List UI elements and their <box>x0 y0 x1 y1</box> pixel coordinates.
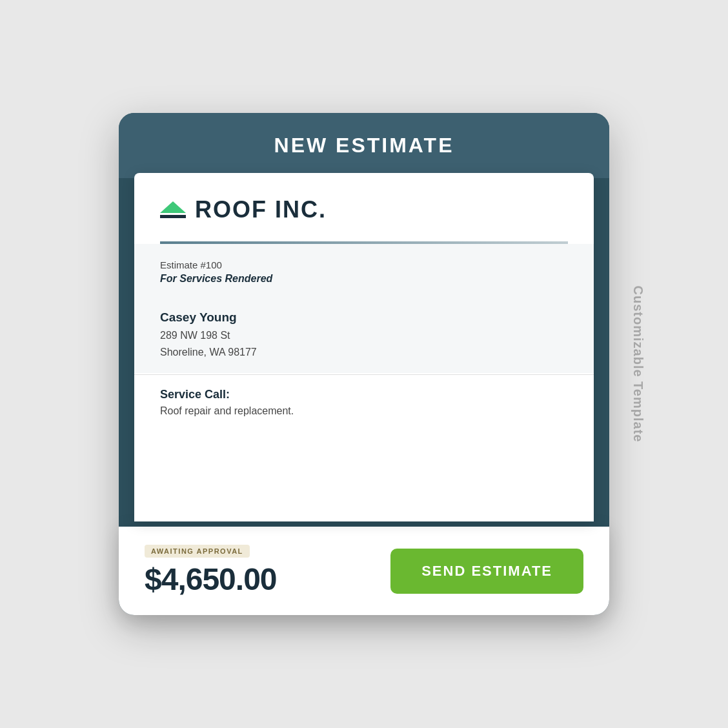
document-paper: ROOF INC. Estimate #100 For Services Ren… <box>134 173 594 521</box>
logo-bar-icon <box>160 215 186 218</box>
price-amount: $4,650.00 <box>145 561 277 597</box>
status-badge: AWAITING APPROVAL <box>145 545 250 558</box>
service-label: Service Call: <box>160 388 568 401</box>
card-header: NEW ESTIMATE <box>119 113 609 178</box>
service-block: Service Call: Roof repair and replacemen… <box>134 374 594 438</box>
customer-block: Casey Young 289 NW 198 St Shoreline, WA … <box>134 298 594 373</box>
logo-icon <box>160 201 186 218</box>
customer-address: 289 NW 198 St Shoreline, WA 98177 <box>160 327 568 360</box>
estimate-number: Estimate #100 <box>160 259 568 270</box>
card-header-title: NEW ESTIMATE <box>274 134 454 157</box>
customer-address-line2: Shoreline, WA 98177 <box>160 347 257 358</box>
chevron-icon <box>160 201 186 213</box>
company-name: ROOF INC. <box>195 196 327 223</box>
bottom-left: AWAITING APPROVAL $4,650.00 <box>145 545 277 597</box>
estimate-block: Estimate #100 For Services Rendered <box>134 244 594 298</box>
send-estimate-button[interactable]: SEND ESTIMATE <box>390 549 583 594</box>
customer-name: Casey Young <box>160 310 568 325</box>
customizable-template-label: Customizable Template <box>631 286 645 443</box>
estimate-card: NEW ESTIMATE ROOF INC. Estimate #100 For… <box>119 113 609 615</box>
bottom-bar: AWAITING APPROVAL $4,650.00 SEND ESTIMAT… <box>119 527 609 615</box>
customer-address-line1: 289 NW 198 St <box>160 330 230 341</box>
service-description: Roof repair and replacement. <box>160 405 568 417</box>
logo-area: ROOF INC. <box>134 173 594 241</box>
estimate-subtitle: For Services Rendered <box>160 273 568 285</box>
